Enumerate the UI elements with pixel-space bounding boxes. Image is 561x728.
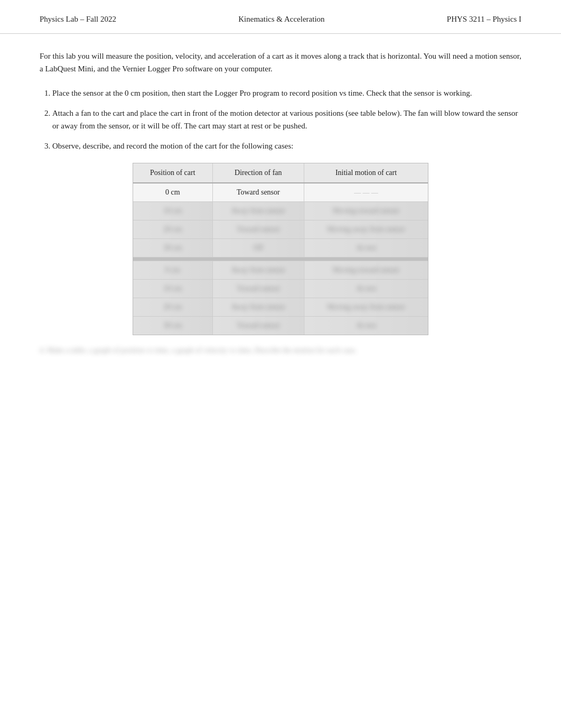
- cell-direction: Away from sensor: [212, 298, 304, 317]
- cell-motion: Moving toward sensor: [304, 202, 428, 220]
- cell-position: 10 cm: [133, 280, 212, 298]
- cell-position: 30 cm: [133, 239, 212, 257]
- header-left: Physics Lab – Fall 2022: [40, 15, 116, 24]
- header-right: PHYS 3211 – Physics I: [447, 15, 521, 24]
- instructions-list: Place the sensor at the 0 cm position, t…: [52, 87, 521, 152]
- cell-direction: Toward sensor: [212, 183, 304, 202]
- page-header: Physics Lab – Fall 2022 Kinematics & Acc…: [0, 0, 561, 34]
- cell-direction: Toward sensor: [212, 220, 304, 239]
- cell-motion: At rest: [304, 317, 428, 335]
- header-center: Kinematics & Acceleration: [238, 15, 324, 24]
- col-header-position: Position of cart: [133, 163, 212, 183]
- table-row: 10 cm Toward sensor At rest: [133, 280, 428, 298]
- table-row: 20 cm Toward sensor Moving away from sen…: [133, 220, 428, 239]
- cell-position: 20 cm: [133, 298, 212, 317]
- cell-position: 20 cm: [133, 220, 212, 239]
- table-row: 0 cm Away from sensor Moving toward sens…: [133, 261, 428, 280]
- table-row: 20 cm Away from sensor Moving away from …: [133, 298, 428, 317]
- table-row: 0 cm Toward sensor — — —: [133, 183, 428, 202]
- instruction-3: Observe, describe, and record the motion…: [52, 140, 521, 152]
- cell-direction: Off: [212, 239, 304, 257]
- cell-motion: Moving away from sensor: [304, 220, 428, 239]
- table-row: 30 cm Off At rest: [133, 239, 428, 257]
- cell-position: 30 cm: [133, 317, 212, 335]
- cell-direction: Toward sensor: [212, 317, 304, 335]
- cell-direction: Away from sensor: [212, 202, 304, 220]
- footer-blurred-text: 4. Make a table, a graph of position vs …: [40, 345, 521, 356]
- instruction-2: Attach a fan to the cart and place the c…: [52, 107, 521, 132]
- table-section-divider: [133, 257, 428, 261]
- cell-motion: Moving away from sensor: [304, 298, 428, 317]
- instruction-1: Place the sensor at the 0 cm position, t…: [52, 87, 521, 99]
- data-table: Position of cart Direction of fan Initia…: [133, 163, 428, 335]
- cell-motion: Moving toward sensor: [304, 261, 428, 280]
- cell-position: 0 cm: [133, 183, 212, 202]
- intro-paragraph: For this lab you will measure the positi…: [40, 50, 521, 75]
- cell-motion: At rest: [304, 280, 428, 298]
- col-header-motion: Initial motion of cart: [304, 163, 428, 183]
- cell-motion: — — —: [304, 183, 428, 202]
- col-header-direction: Direction of fan: [212, 163, 304, 183]
- data-table-container: Position of cart Direction of fan Initia…: [133, 163, 428, 335]
- cell-position: 0 cm: [133, 261, 212, 280]
- table-row: 30 cm Toward sensor At rest: [133, 317, 428, 335]
- table-row: 10 cm Away from sensor Moving toward sen…: [133, 202, 428, 220]
- cell-motion: At rest: [304, 239, 428, 257]
- cell-direction: Toward sensor: [212, 280, 304, 298]
- cell-direction: Away from sensor: [212, 261, 304, 280]
- cell-position: 10 cm: [133, 202, 212, 220]
- main-content: For this lab you will measure the positi…: [0, 34, 561, 372]
- table-header-row: Position of cart Direction of fan Initia…: [133, 163, 428, 183]
